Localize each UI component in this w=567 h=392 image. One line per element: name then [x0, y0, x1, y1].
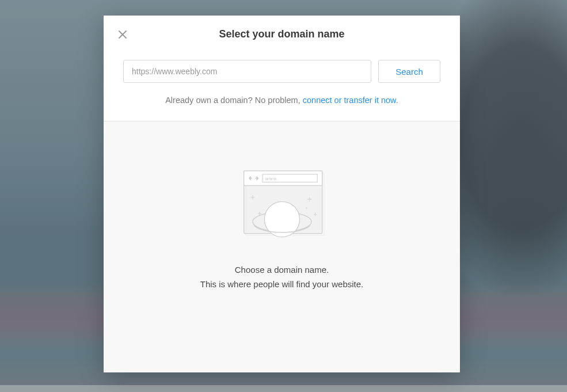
connect-transfer-link[interactable]: connect or transfer it now: [303, 96, 396, 105]
page-footer-strip: [0, 385, 567, 392]
empty-state-line-2: This is where people will find your webs…: [200, 277, 363, 292]
already-own-trailing: .: [396, 96, 398, 105]
empty-state-line-1: Choose a domain name.: [200, 263, 363, 277]
modal-header: Select your domain name Search Already o…: [104, 16, 460, 121]
domain-modal: Select your domain name Search Already o…: [104, 16, 460, 372]
empty-state-illustration: www.: [233, 166, 331, 253]
svg-point-6: [306, 207, 307, 208]
modal-title: Select your domain name: [121, 28, 443, 40]
empty-state-text: Choose a domain name. This is where peop…: [200, 263, 363, 292]
domain-search-row: Search: [121, 60, 443, 83]
already-own-domain-text: Already own a domain? No problem, connec…: [121, 96, 443, 105]
already-own-lead: Already own a domain? No problem,: [165, 96, 303, 105]
modal-body: www. Choose a domain na: [104, 121, 460, 372]
close-icon: [118, 30, 127, 39]
domain-input[interactable]: [123, 60, 371, 83]
close-button[interactable]: [114, 26, 131, 43]
www-label: www.: [265, 176, 279, 181]
search-button[interactable]: Search: [378, 60, 440, 83]
